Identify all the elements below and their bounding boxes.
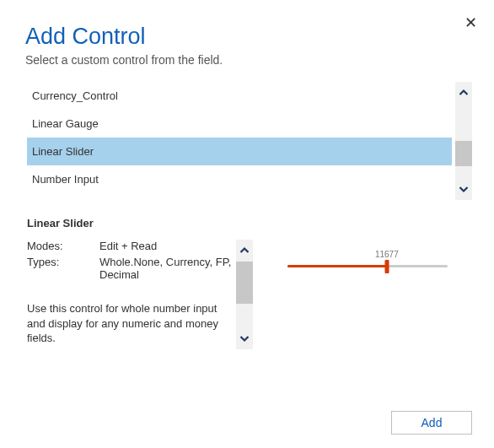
chevron-up-icon — [459, 88, 469, 98]
detail-panel: Linear Slider Modes: Edit + Read Types: … — [27, 217, 472, 349]
list-item[interactable]: Currency_Control — [27, 82, 452, 110]
modes-value: Edit + Read — [99, 240, 236, 252]
detail-heading: Linear Slider — [27, 217, 472, 229]
scroll-up-button[interactable] — [236, 240, 253, 262]
types-value: Whole.None, Currency, FP, Decimal — [99, 256, 236, 281]
dialog-title: Add Control — [25, 24, 472, 50]
slider-track[interactable] — [287, 265, 448, 267]
chevron-down-icon — [459, 184, 469, 194]
scroll-down-button[interactable] — [236, 327, 253, 349]
add-button[interactable]: Add — [391, 411, 472, 435]
chevron-down-icon — [239, 333, 250, 343]
list-item[interactable]: Linear Gauge — [27, 110, 452, 138]
scroll-thumb[interactable] — [236, 262, 253, 304]
control-preview: 11677 — [263, 240, 472, 267]
list-item[interactable]: Linear Slider — [27, 138, 452, 165]
modes-label: Modes: — [27, 240, 99, 252]
detail-description: Use this control for whole number input … — [27, 301, 229, 346]
control-list: Currency_Control Linear Gauge Linear Sli… — [27, 82, 472, 193]
scroll-up-button[interactable] — [455, 82, 472, 104]
slider-handle[interactable] — [384, 260, 389, 273]
slider-fill — [287, 265, 387, 267]
types-label: Types: — [27, 256, 99, 281]
scroll-thumb[interactable] — [455, 141, 472, 166]
slider-value-label: 11677 — [375, 250, 399, 259]
chevron-up-icon — [239, 246, 250, 256]
close-icon[interactable]: ✕ — [464, 15, 477, 30]
list-item[interactable]: Number Input — [27, 165, 452, 193]
list-scrollbar[interactable] — [455, 82, 472, 200]
detail-scrollbar[interactable] — [236, 240, 253, 349]
scroll-down-button[interactable] — [455, 178, 472, 200]
dialog-subtitle: Select a custom control from the field. — [25, 53, 472, 67]
